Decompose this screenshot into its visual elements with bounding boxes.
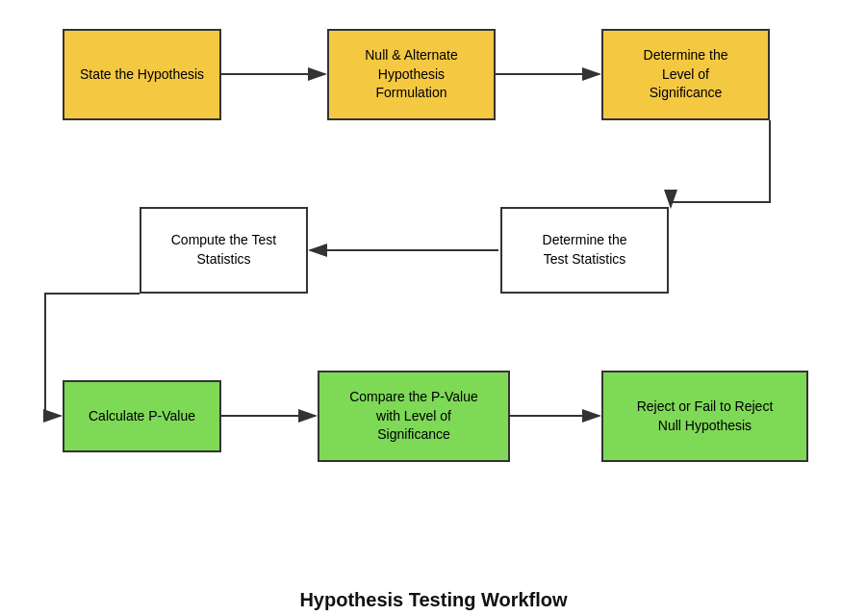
box-state-label: State the Hypothesis: [80, 65, 204, 85]
box-null-label: Null & AlternateHypothesisFormulation: [365, 46, 458, 103]
box-level-label: Determine theLevel ofSignificance: [644, 46, 728, 103]
box-null-hypothesis: Null & AlternateHypothesisFormulation: [327, 29, 496, 120]
box-reject-hypothesis: Reject or Fail to RejectNull Hypothesis: [601, 371, 808, 462]
diagram-container: State the Hypothesis Null & AlternateHyp…: [0, 0, 867, 578]
box-determine-label: Determine theTest Statistics: [543, 231, 627, 269]
box-compute-statistics: Compute the TestStatistics: [140, 207, 308, 294]
box-determine-statistics: Determine theTest Statistics: [500, 207, 669, 294]
box-calculate-label: Calculate P-Value: [89, 407, 195, 426]
box-compare-pvalue: Compare the P-Valuewith Level ofSignific…: [318, 371, 510, 462]
arrow-level-down: [671, 120, 770, 207]
title-text: Hypothesis Testing Workflow: [299, 589, 567, 610]
box-calculate-pvalue: Calculate P-Value: [63, 380, 221, 452]
box-state-hypothesis: State the Hypothesis: [63, 29, 221, 120]
box-reject-label: Reject or Fail to RejectNull Hypothesis: [637, 398, 774, 435]
box-compute-label: Compute the TestStatistics: [171, 231, 276, 269]
box-level-significance: Determine theLevel ofSignificance: [601, 29, 770, 120]
diagram-title: Hypothesis Testing Workflow: [0, 589, 867, 611]
box-compare-label: Compare the P-Valuewith Level ofSignific…: [349, 388, 478, 445]
